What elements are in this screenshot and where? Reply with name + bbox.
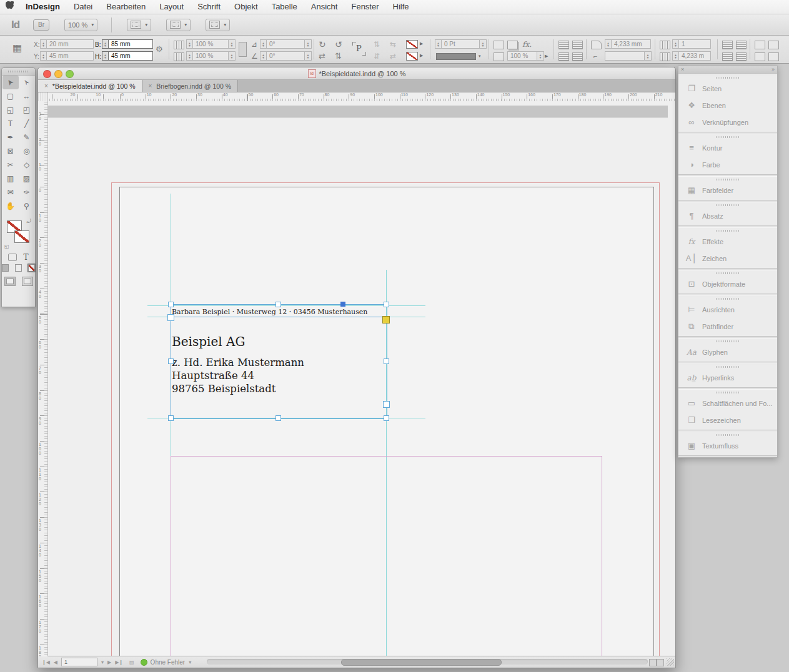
- text-in-port[interactable]: [167, 314, 174, 321]
- panel-group-grip[interactable]: [678, 202, 777, 207]
- horizontal-ruler[interactable]: 2010010203040506070809010011012013014015…: [48, 92, 675, 102]
- previous-page-button[interactable]: ◀: [54, 660, 57, 665]
- x-position-field[interactable]: ▲▼ 20 mm: [40, 39, 94, 49]
- menu-bearbeiten[interactable]: Bearbeiten: [99, 2, 152, 11]
- horizontal-scrollbar[interactable]: [207, 659, 648, 665]
- panel-group-grip[interactable]: [678, 432, 777, 437]
- formatting-affects-container-button[interactable]: [8, 254, 17, 261]
- page[interactable]: [119, 187, 654, 656]
- screen-mode-dropdown[interactable]: ▾: [206, 19, 230, 31]
- stepper[interactable]: ▲▼: [40, 39, 46, 49]
- stroke-type-dropdown[interactable]: [436, 53, 476, 60]
- content-collector-tool[interactable]: ◱: [2, 103, 19, 117]
- stepper[interactable]: ▲▼: [186, 51, 192, 61]
- object-distribute-icon[interactable]: [768, 41, 779, 49]
- normal-view-mode-button[interactable]: [4, 277, 16, 286]
- text-wrap-jump-icon[interactable]: [572, 52, 583, 61]
- object-space-icon[interactable]: [768, 52, 779, 61]
- constrain-scale-lock[interactable]: [239, 42, 247, 57]
- next-page-button[interactable]: ▶: [107, 660, 111, 665]
- panel-group-grip[interactable]: [678, 338, 777, 343]
- selection-handle[interactable]: [275, 302, 281, 307]
- align-center-icon[interactable]: [736, 41, 747, 49]
- menu-schrift[interactable]: Schrift: [191, 2, 227, 11]
- gutter-field[interactable]: ▲▼ 4,233 m: [672, 51, 711, 61]
- align-left-icon[interactable]: [722, 41, 733, 49]
- eyedropper-tool[interactable]: ✑: [19, 185, 35, 199]
- panel-button-textumfluss[interactable]: ▣Textumfluss: [678, 437, 777, 454]
- panel-button-absatz[interactable]: ¶Absatz: [678, 207, 777, 224]
- panel-button-pathfinder[interactable]: ⧉Pathfinder: [678, 318, 777, 335]
- bridge-button[interactable]: Br: [33, 19, 49, 31]
- text-wrap-shape-icon[interactable]: [558, 52, 569, 61]
- zoom-window-button[interactable]: [66, 70, 74, 78]
- minimize-window-button[interactable]: [54, 70, 62, 78]
- text-wrap-bounding-icon[interactable]: [572, 41, 583, 49]
- last-page-button[interactable]: ▶❙: [115, 660, 123, 665]
- selection-handle[interactable]: [275, 415, 281, 421]
- swap-fill-stroke-icon[interactable]: ⤾: [27, 218, 32, 225]
- panel-button-glyphen[interactable]: AaGlyphen: [678, 343, 777, 360]
- stepper[interactable]: ▲▼: [672, 39, 678, 49]
- flip-vertical-icon[interactable]: ⇅: [335, 52, 342, 60]
- panel-group-grip[interactable]: [678, 364, 777, 369]
- vertical-ruler[interactable]: 3020100102030405060708090100110120130140…: [38, 101, 48, 656]
- height-field[interactable]: ▲▼ 45 mm: [102, 51, 153, 61]
- text-wrap-none-icon[interactable]: [558, 41, 569, 49]
- hand-tool[interactable]: ✋: [2, 199, 19, 213]
- corner-shape-dropdown[interactable]: ▲▼: [605, 51, 652, 61]
- company-name-text[interactable]: Beispiel AG: [172, 334, 245, 349]
- apply-gradient-button[interactable]: [15, 264, 22, 272]
- gradient-swatch-tool[interactable]: ▥: [2, 172, 19, 185]
- close-icon[interactable]: ×: [681, 66, 684, 72]
- preflight-dropdown[interactable]: ▾: [189, 660, 191, 665]
- object-size-icon[interactable]: [755, 52, 765, 61]
- fill-swatch-arrow[interactable]: ▶: [420, 41, 423, 46]
- address-block-text[interactable]: z. Hd. Erika MustermannHauptstraße 44987…: [172, 356, 304, 395]
- window-title-bar[interactable]: Id *Beispieldatei.indd @ 100 %: [38, 67, 675, 80]
- formatting-affects-text-button[interactable]: T: [23, 253, 28, 262]
- preview-mode-button[interactable]: [22, 277, 33, 286]
- rotation-angle-field[interactable]: ▲▼ 0° ▲▼: [260, 39, 312, 49]
- sender-line-text[interactable]: Barbara Beispiel · Musterweg 12 · 03456 …: [172, 308, 397, 316]
- stepper[interactable]: ▲▼: [672, 51, 678, 61]
- page-tool[interactable]: ▢: [2, 89, 19, 103]
- panel-group-grip[interactable]: [678, 75, 777, 80]
- close-icon[interactable]: ×: [44, 82, 48, 89]
- selection-handle[interactable]: [168, 415, 174, 421]
- align-justify-icon[interactable]: [736, 52, 747, 61]
- width-field[interactable]: ▲▼ 85 mm: [102, 39, 153, 49]
- live-corner-handle[interactable]: [382, 316, 390, 324]
- expand-panels-icon[interactable]: ››: [772, 66, 774, 72]
- tab-briefbogen[interactable]: × Briefbogen.indd @ 100 %: [142, 80, 239, 92]
- close-icon[interactable]: ×: [149, 82, 152, 89]
- panel-button-schaltflächen-und-fo-[interactable]: ▭Schaltflächen und Fo...: [678, 395, 777, 412]
- object-effect-icon[interactable]: [494, 41, 504, 49]
- menu-tabelle[interactable]: Tabelle: [265, 2, 304, 11]
- preflight-doc-icon[interactable]: ▤: [129, 660, 134, 665]
- flip-horizontal-icon[interactable]: ⇄: [319, 52, 325, 60]
- menu-fenster[interactable]: Fenster: [344, 2, 385, 11]
- gap-tool[interactable]: ↔: [19, 89, 35, 103]
- apply-none-button[interactable]: [28, 264, 35, 272]
- page-number-field[interactable]: 1: [61, 658, 97, 666]
- stepper[interactable]: ▲▼: [260, 51, 266, 61]
- menu-indesign[interactable]: InDesign: [19, 2, 67, 11]
- scroll-left-button[interactable]: [649, 659, 657, 666]
- selection-tool[interactable]: ➤: [2, 76, 19, 89]
- panel-button-verknüpfungen[interactable]: ∞Verknüpfungen: [678, 114, 777, 131]
- panel-group-grip[interactable]: [678, 228, 777, 233]
- panel-button-seiten[interactable]: ❐Seiten: [678, 80, 777, 97]
- panel-button-ebenen[interactable]: ❖Ebenen: [678, 97, 777, 114]
- zoom-level-dropdown[interactable]: 100 % ▾: [64, 19, 97, 31]
- shear-angle-field[interactable]: ▲▼ 0° ▲▼: [260, 51, 312, 61]
- rectangle-frame-tool[interactable]: ⊠: [2, 144, 19, 158]
- scale-y-field[interactable]: ▲▼ 100 % ▲▼: [186, 51, 236, 61]
- constrain-proportions-icon[interactable]: ⚙: [156, 46, 163, 53]
- stepper[interactable]: ▲▼: [102, 39, 108, 49]
- gradient-feather-tool[interactable]: ▨: [19, 172, 35, 185]
- panel-group-grip[interactable]: [678, 134, 777, 139]
- fill-swatch-none[interactable]: [406, 40, 418, 49]
- stroke-swatch-arrow[interactable]: ▶: [420, 53, 423, 58]
- panel-button-objektformate[interactable]: ⊡Objektformate: [678, 275, 777, 292]
